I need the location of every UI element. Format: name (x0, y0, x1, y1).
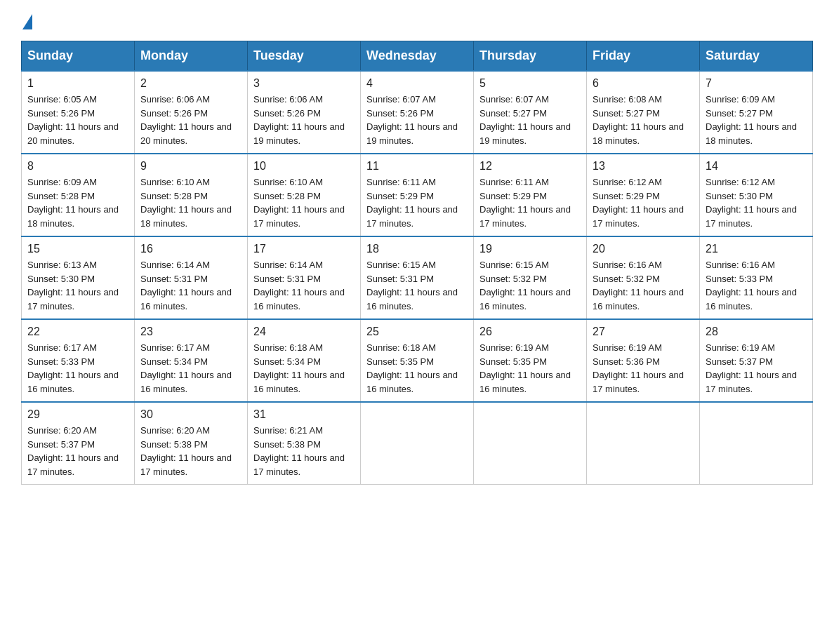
day-info: Sunrise: 6:19 AM Sunset: 5:37 PM Dayligh… (706, 341, 807, 396)
day-number: 29 (27, 408, 128, 421)
calendar-day-cell: 21 Sunrise: 6:16 AM Sunset: 5:33 PM Dayl… (700, 236, 813, 319)
logo (21, 14, 34, 27)
day-number: 22 (27, 326, 128, 338)
day-info: Sunrise: 6:18 AM Sunset: 5:35 PM Dayligh… (366, 341, 468, 396)
day-number: 8 (27, 160, 128, 173)
day-info: Sunrise: 6:18 AM Sunset: 5:34 PM Dayligh… (253, 341, 355, 396)
calendar-day-cell: 17 Sunrise: 6:14 AM Sunset: 5:31 PM Dayl… (248, 236, 361, 319)
calendar-day-cell: 25 Sunrise: 6:18 AM Sunset: 5:35 PM Dayl… (361, 319, 474, 402)
calendar-day-cell: 18 Sunrise: 6:15 AM Sunset: 5:31 PM Dayl… (361, 236, 474, 319)
day-info: Sunrise: 6:15 AM Sunset: 5:31 PM Dayligh… (366, 258, 468, 313)
calendar-day-cell: 27 Sunrise: 6:19 AM Sunset: 5:36 PM Dayl… (587, 319, 700, 402)
day-info: Sunrise: 6:11 AM Sunset: 5:29 PM Dayligh… (366, 175, 468, 230)
calendar-day-cell: 23 Sunrise: 6:17 AM Sunset: 5:34 PM Dayl… (135, 319, 248, 402)
day-info: Sunrise: 6:09 AM Sunset: 5:28 PM Dayligh… (27, 175, 128, 230)
calendar-header-wednesday: Wednesday (361, 41, 474, 72)
day-info: Sunrise: 6:16 AM Sunset: 5:32 PM Dayligh… (593, 258, 694, 313)
calendar-day-cell (587, 402, 700, 485)
calendar-day-cell: 14 Sunrise: 6:12 AM Sunset: 5:30 PM Dayl… (700, 154, 813, 236)
calendar-day-cell: 29 Sunrise: 6:20 AM Sunset: 5:37 PM Dayl… (22, 402, 135, 485)
calendar-day-cell: 12 Sunrise: 6:11 AM Sunset: 5:29 PM Dayl… (474, 154, 587, 236)
calendar-day-cell: 26 Sunrise: 6:19 AM Sunset: 5:35 PM Dayl… (474, 319, 587, 402)
calendar-day-cell: 31 Sunrise: 6:21 AM Sunset: 5:38 PM Dayl… (248, 402, 361, 485)
calendar-week-row: 8 Sunrise: 6:09 AM Sunset: 5:28 PM Dayli… (22, 154, 813, 236)
day-number: 13 (593, 160, 694, 173)
calendar-day-cell: 16 Sunrise: 6:14 AM Sunset: 5:31 PM Dayl… (135, 236, 248, 319)
calendar-table: SundayMondayTuesdayWednesdayThursdayFrid… (21, 41, 813, 485)
calendar-day-cell: 22 Sunrise: 6:17 AM Sunset: 5:33 PM Dayl… (22, 319, 135, 402)
day-info: Sunrise: 6:06 AM Sunset: 5:26 PM Dayligh… (140, 93, 241, 147)
day-info: Sunrise: 6:20 AM Sunset: 5:37 PM Dayligh… (27, 424, 128, 478)
day-number: 28 (706, 326, 807, 338)
day-number: 21 (706, 243, 807, 255)
day-number: 27 (593, 326, 694, 338)
day-info: Sunrise: 6:21 AM Sunset: 5:38 PM Dayligh… (253, 424, 355, 478)
day-info: Sunrise: 6:12 AM Sunset: 5:30 PM Dayligh… (706, 175, 807, 230)
calendar-day-cell (700, 402, 813, 485)
day-info: Sunrise: 6:10 AM Sunset: 5:28 PM Dayligh… (140, 175, 241, 230)
day-number: 31 (253, 408, 355, 421)
calendar-week-row: 15 Sunrise: 6:13 AM Sunset: 5:30 PM Dayl… (22, 236, 813, 319)
calendar-day-cell: 1 Sunrise: 6:05 AM Sunset: 5:26 PM Dayli… (22, 71, 135, 154)
calendar-day-cell (361, 402, 474, 485)
day-number: 12 (479, 160, 581, 173)
calendar-day-cell: 19 Sunrise: 6:15 AM Sunset: 5:32 PM Dayl… (474, 236, 587, 319)
day-number: 30 (140, 408, 241, 421)
calendar-day-cell: 20 Sunrise: 6:16 AM Sunset: 5:32 PM Dayl… (587, 236, 700, 319)
day-info: Sunrise: 6:07 AM Sunset: 5:26 PM Dayligh… (366, 93, 468, 147)
calendar-week-row: 1 Sunrise: 6:05 AM Sunset: 5:26 PM Dayli… (22, 71, 813, 154)
day-number: 20 (593, 243, 694, 255)
calendar-day-cell: 11 Sunrise: 6:11 AM Sunset: 5:29 PM Dayl… (361, 154, 474, 236)
calendar-day-cell: 10 Sunrise: 6:10 AM Sunset: 5:28 PM Dayl… (248, 154, 361, 236)
day-info: Sunrise: 6:14 AM Sunset: 5:31 PM Dayligh… (140, 258, 241, 313)
logo-triangle-icon (22, 14, 32, 29)
logo-blue-part (21, 14, 34, 29)
day-number: 16 (140, 243, 241, 255)
day-number: 10 (253, 160, 355, 173)
calendar-day-cell: 6 Sunrise: 6:08 AM Sunset: 5:27 PM Dayli… (587, 71, 700, 154)
header (21, 14, 813, 27)
calendar-header-friday: Friday (587, 41, 700, 72)
calendar-day-cell: 28 Sunrise: 6:19 AM Sunset: 5:37 PM Dayl… (700, 319, 813, 402)
day-number: 4 (366, 77, 468, 90)
calendar-body: 1 Sunrise: 6:05 AM Sunset: 5:26 PM Dayli… (22, 71, 813, 485)
calendar-header-monday: Monday (135, 41, 248, 72)
calendar-header-saturday: Saturday (700, 41, 813, 72)
day-number: 19 (479, 243, 581, 255)
calendar-day-cell: 9 Sunrise: 6:10 AM Sunset: 5:28 PM Dayli… (135, 154, 248, 236)
day-info: Sunrise: 6:17 AM Sunset: 5:34 PM Dayligh… (140, 341, 241, 396)
day-number: 15 (27, 243, 128, 255)
calendar-day-cell: 15 Sunrise: 6:13 AM Sunset: 5:30 PM Dayl… (22, 236, 135, 319)
calendar-header-thursday: Thursday (474, 41, 587, 72)
day-number: 6 (593, 77, 694, 90)
day-info: Sunrise: 6:17 AM Sunset: 5:33 PM Dayligh… (27, 341, 128, 396)
day-info: Sunrise: 6:14 AM Sunset: 5:31 PM Dayligh… (253, 258, 355, 313)
day-info: Sunrise: 6:19 AM Sunset: 5:35 PM Dayligh… (479, 341, 581, 396)
calendar-week-row: 22 Sunrise: 6:17 AM Sunset: 5:33 PM Dayl… (22, 319, 813, 402)
day-number: 3 (253, 77, 355, 90)
day-info: Sunrise: 6:19 AM Sunset: 5:36 PM Dayligh… (593, 341, 694, 396)
day-number: 7 (706, 77, 807, 90)
day-number: 11 (366, 160, 468, 173)
calendar-header-row: SundayMondayTuesdayWednesdayThursdayFrid… (22, 41, 813, 72)
day-info: Sunrise: 6:13 AM Sunset: 5:30 PM Dayligh… (27, 258, 128, 313)
calendar-header-tuesday: Tuesday (248, 41, 361, 72)
day-number: 23 (140, 326, 241, 338)
day-info: Sunrise: 6:12 AM Sunset: 5:29 PM Dayligh… (593, 175, 694, 230)
calendar-day-cell: 13 Sunrise: 6:12 AM Sunset: 5:29 PM Dayl… (587, 154, 700, 236)
day-info: Sunrise: 6:11 AM Sunset: 5:29 PM Dayligh… (479, 175, 581, 230)
day-info: Sunrise: 6:20 AM Sunset: 5:38 PM Dayligh… (140, 424, 241, 478)
day-info: Sunrise: 6:09 AM Sunset: 5:27 PM Dayligh… (706, 93, 807, 147)
day-number: 9 (140, 160, 241, 173)
day-info: Sunrise: 6:08 AM Sunset: 5:27 PM Dayligh… (593, 93, 694, 147)
calendar-day-cell: 4 Sunrise: 6:07 AM Sunset: 5:26 PM Dayli… (361, 71, 474, 154)
day-info: Sunrise: 6:05 AM Sunset: 5:26 PM Dayligh… (27, 93, 128, 147)
calendar-day-cell: 2 Sunrise: 6:06 AM Sunset: 5:26 PM Dayli… (135, 71, 248, 154)
calendar-day-cell: 7 Sunrise: 6:09 AM Sunset: 5:27 PM Dayli… (700, 71, 813, 154)
day-number: 2 (140, 77, 241, 90)
calendar-day-cell (474, 402, 587, 485)
day-number: 1 (27, 77, 128, 90)
calendar-day-cell: 24 Sunrise: 6:18 AM Sunset: 5:34 PM Dayl… (248, 319, 361, 402)
day-number: 24 (253, 326, 355, 338)
calendar-day-cell: 30 Sunrise: 6:20 AM Sunset: 5:38 PM Dayl… (135, 402, 248, 485)
